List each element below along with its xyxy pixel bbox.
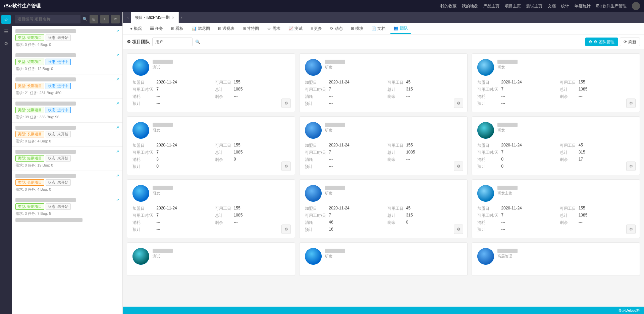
project-link-icon[interactable]: ↗: [116, 198, 119, 202]
list-item[interactable]: ↗ 类型: 短期项目 状态: 未开始 需求: 0 任务: 4 Bug: 0: [12, 26, 122, 50]
project-status-tag: 状态: 进行中: [46, 59, 71, 65]
avatar: [305, 122, 322, 139]
list-item[interactable]: ↗ 类型: 短期项目 状态: 未开始 需求: 0 任务: 19 Bug: 0: [12, 147, 122, 171]
debug-bar-label[interactable]: 显示Debug栏: [618, 308, 640, 313]
project-search-input[interactable]: [15, 15, 80, 23]
tab-close-icon[interactable]: ✕: [172, 16, 174, 19]
project-stats: 需求: 0 任务: 4 Bug: 0: [15, 187, 119, 192]
project-stats: 需求: 0 任务: 19 Bug: 0: [15, 163, 119, 168]
list-item[interactable]: ↗ 类型: 长期项目 状态: 未开始 需求: 0 任务: 4 Bug: 0: [12, 171, 122, 195]
subnav-test[interactable]: 📈 测试: [285, 24, 306, 34]
subnav-kanban[interactable]: ⊞ 看板: [168, 24, 187, 34]
list-item[interactable]: ↗ 类型: 长期项目 状态: 进行中 需求: 21 任务: 231 Bug: 4…: [12, 74, 122, 99]
project-type-tag: 类型: 长期项目: [15, 179, 44, 186]
list-item[interactable]: ↗ 类型: 短期项目 状态: 未开始 需求: 3 任务: 7 Bug: 5: [12, 195, 122, 225]
avatar[interactable]: [632, 2, 640, 10]
tab-project[interactable]: 项目 - iBizPMS一期 ✕: [131, 12, 179, 23]
tab-arrow-left[interactable]: ‹: [125, 15, 131, 20]
team-toolbar: ⚙ 项目团队 🔍 ⚙ ⚙ 团队管理 ⟳ 刷新: [123, 35, 644, 49]
grid-view-btn[interactable]: ⊞: [90, 15, 98, 23]
project-link-icon[interactable]: ↗: [116, 53, 119, 57]
member-card: 测试: [127, 242, 295, 276]
subnav-requirements[interactable]: ☆ 需求: [264, 24, 283, 34]
sidebar-icon-star[interactable]: ☆: [1, 15, 11, 24]
project-type-tag: 类型: 长期项目: [15, 131, 44, 137]
subnav-more[interactable]: ≡ 更多: [307, 24, 325, 34]
project-name: [15, 77, 76, 81]
project-status-tag: 状态: 进行中: [46, 107, 71, 113]
project-stats: 需求: 0 任务: 12 Bug: 0: [15, 66, 119, 71]
avatar: [132, 185, 149, 202]
app-title: iBiz软件生产管理: [4, 3, 41, 9]
project-link-icon[interactable]: ↗: [116, 149, 119, 154]
team-section-title: ⚙ 项目团队: [127, 39, 150, 45]
nav-doc[interactable]: 文档: [548, 3, 556, 9]
add-project-btn[interactable]: +: [100, 15, 109, 23]
project-link-icon[interactable]: ↗: [116, 174, 119, 178]
member-role: 研发: [153, 191, 289, 196]
project-name: [15, 198, 76, 202]
subnav-team[interactable]: 👥 团队: [390, 23, 411, 34]
member-info: 研发: [325, 248, 462, 259]
team-manage-btn[interactable]: ⚙ ⚙ 团队管理: [585, 38, 618, 46]
project-type-tag: 类型: 长期项目: [15, 83, 44, 89]
team-refresh-btn[interactable]: ⟳ 刷新: [620, 38, 640, 46]
project-link-icon[interactable]: ↗: [116, 29, 119, 33]
subnav-doc[interactable]: 📄 文档: [368, 24, 389, 34]
subnav-gantt[interactable]: ⊞ 甘特图: [239, 24, 262, 34]
project-name: [15, 53, 76, 57]
member-action-btn[interactable]: ⚙: [454, 162, 463, 171]
nav-test[interactable]: 测试主页: [526, 3, 542, 9]
project-link-icon[interactable]: ↗: [116, 125, 119, 130]
member-action-btn[interactable]: ⚙: [281, 225, 291, 234]
avatar: [132, 122, 149, 139]
member-action-btn[interactable]: ⚙: [626, 99, 636, 108]
member-role: 测试: [153, 65, 289, 70]
project-type-tag: 类型: 短期项目: [15, 59, 44, 65]
sub-nav: ● 概况 ☰ 任务 ⊞ 看板 📊 燃尽图 ⊟ 透视表 ⊞ 甘特图 ☆ 需求 📈 …: [123, 23, 644, 35]
subnav-pivot[interactable]: ⊟ 透视表: [215, 24, 238, 34]
member-card: 高层管理: [472, 242, 640, 276]
subnav-overview[interactable]: ● 概况: [127, 24, 145, 34]
member-action-btn[interactable]: ⚙: [454, 99, 463, 108]
sidebar-icon-settings[interactable]: ⚙: [1, 39, 11, 48]
member-details: 加盟日 2020-11-24 可用工日 45 可用工时/天 7 总计 315 消…: [305, 206, 462, 233]
list-item[interactable]: ↗ 类型: 长期项目 状态: 未开始 需求: 0 任务: 4 Bug: 0: [12, 123, 122, 147]
team-search-input[interactable]: [152, 38, 193, 46]
member-role: 研发: [497, 128, 634, 133]
member-action-btn[interactable]: ⚙: [454, 225, 463, 234]
join-date-label: 加盟日: [132, 80, 154, 85]
member-details: 加盟日 2020-11-24 可用工日 45 可用工时/天 7 总计 315 消…: [305, 80, 462, 107]
member-action-btn[interactable]: ⚙: [626, 162, 636, 171]
subnav-tasks[interactable]: ☰ 任务: [147, 24, 166, 34]
avail-days-label: 可用工日: [215, 80, 231, 85]
avatar: [305, 248, 322, 265]
member-action-btn[interactable]: ⚙: [626, 225, 636, 234]
top-nav: iBiz软件生产管理 我的收藏 我的地盘 产品主页 项目主页 测试主页 文档 统…: [0, 0, 644, 12]
member-action-btn[interactable]: ⚙: [281, 162, 291, 171]
subnav-dynamic[interactable]: ⟳ 动态: [327, 24, 346, 34]
member-details: 加盟日 2020-11-24 可用工日 155 可用工时/天 7 总计 1085…: [477, 80, 634, 107]
project-link-icon[interactable]: ↗: [116, 101, 119, 106]
list-item[interactable]: ↗ 类型: 短期项目 状态: 进行中 需求: 0 任务: 12 Bug: 0: [12, 50, 122, 74]
refresh-list-btn[interactable]: ⟳: [111, 15, 120, 23]
project-type-tag: 类型: 短期项目: [15, 155, 44, 162]
list-item[interactable]: ↗ 类型: 短期项目 状态: 进行中 需求: 39 任务: 335 Bug: 9…: [12, 99, 122, 123]
consumed-label: 消耗: [132, 94, 154, 100]
member-info: 研发: [153, 122, 289, 133]
project-link-icon[interactable]: ↗: [116, 77, 119, 81]
nav-stats[interactable]: 统计: [561, 3, 569, 9]
nav-yearstats[interactable]: 年度统计: [575, 3, 591, 9]
nav-product[interactable]: 产品主页: [483, 3, 499, 9]
nav-ibiz[interactable]: iBiz软件生产管理: [596, 3, 627, 9]
subnav-module[interactable]: ⊞ 模块: [347, 24, 367, 34]
avatar: [477, 59, 494, 76]
tab-arrow-right[interactable]: ›: [179, 15, 184, 20]
member-info: 研发: [153, 185, 289, 196]
nav-favorites[interactable]: 我的收藏: [440, 3, 457, 9]
member-action-btn[interactable]: ⚙: [281, 99, 291, 108]
nav-project[interactable]: 项目主页: [505, 3, 521, 9]
subnav-burndown[interactable]: 📊 燃尽图: [188, 24, 213, 34]
nav-myboard[interactable]: 我的地盘: [462, 3, 478, 9]
sidebar-icon-list[interactable]: ☰: [1, 27, 11, 36]
